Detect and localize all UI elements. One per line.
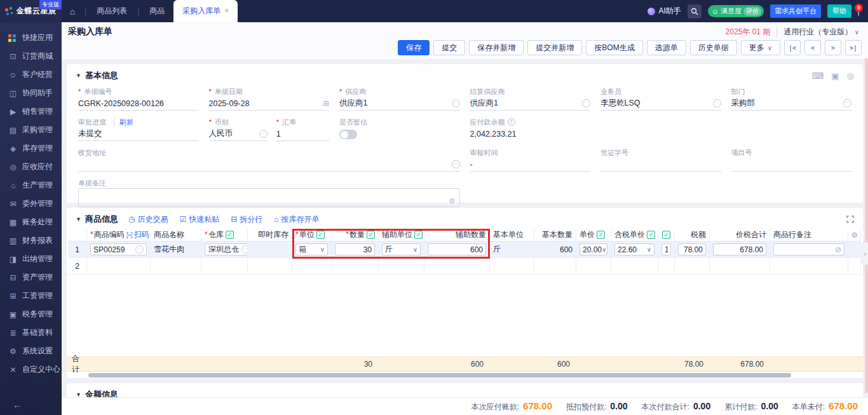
sidebar-item-production[interactable]: ⌂生产管理 — [0, 176, 62, 194]
tab-purchase-inbound[interactable]: 采购入库单 × — [173, 0, 238, 22]
by-stock-link[interactable]: ⌂按库存开单 — [274, 214, 319, 225]
refresh-link[interactable]: 刷新 — [114, 118, 133, 127]
ai-assistant-button[interactable]: AI助手 — [648, 6, 681, 17]
user-avatar[interactable]: 9 — [858, 7, 859, 16]
sidebar-item-base-data[interactable]: ≣基础资料 — [0, 323, 62, 342]
next-record-button[interactable]: > — [825, 40, 841, 55]
home-icon[interactable]: ⌂ — [62, 6, 83, 17]
bill-no-input[interactable]: CGRK-20250928-00126 — [78, 97, 199, 111]
expand-note-icon[interactable]: ⊘ — [449, 196, 455, 205]
close-icon[interactable]: × — [224, 0, 229, 22]
sidebar-item-financial-report[interactable]: ▥财务报表 — [0, 231, 62, 250]
sidebar-item-assets[interactable]: ⊟资产管理 — [0, 268, 62, 287]
select-source-button[interactable]: 选源单 — [647, 40, 686, 55]
collapse-arrow-icon[interactable]: ▼ — [76, 72, 81, 79]
address-input[interactable]: ··· — [78, 158, 460, 172]
warehouse-select[interactable]: 深圳总仓··· — [205, 243, 248, 255]
currency-input[interactable]: 人民币··· — [209, 127, 268, 141]
keyboard-icon[interactable]: ⌨ — [812, 71, 824, 81]
price-select[interactable]: 20.00∨ — [580, 243, 607, 255]
lookup-icon[interactable]: ··· — [582, 99, 590, 107]
bill-date-input[interactable]: 2025-09-28⊞ — [209, 97, 330, 111]
remark-textarea[interactable]: ⊘ — [78, 188, 460, 207]
first-record-button[interactable]: |< — [784, 40, 801, 55]
lookup-icon[interactable]: ··· — [452, 160, 460, 168]
calendar-icon[interactable]: ⊞ — [323, 99, 329, 108]
sidebar-item-cashier[interactable]: ◨出纳管理 — [0, 250, 62, 268]
batch-edit-icon[interactable]: ✓ — [316, 231, 325, 239]
generate-by-bom-button[interactable]: 按BOM生成 — [586, 40, 642, 55]
panel-collapse-handle[interactable]: ‹ — [862, 242, 868, 265]
project-no-input[interactable] — [731, 158, 852, 172]
submit-and-new-button[interactable]: 提交并新增 — [527, 40, 582, 55]
history-trade-link[interactable]: ◷历史交易 — [128, 214, 168, 225]
sidebar-item-order-mall[interactable]: ⊡订货商城 — [0, 47, 62, 65]
tax-price-select[interactable]: 22.60∨ — [614, 243, 654, 255]
collapse-arrow-icon[interactable]: ▼ — [76, 216, 81, 222]
lookup-icon[interactable]: ··· — [135, 245, 144, 254]
batch-edit-icon[interactable]: ✓ — [226, 231, 234, 239]
quick-paste-link[interactable]: ☑快速粘贴 — [179, 214, 219, 225]
template-icon[interactable]: ▣ — [831, 71, 839, 81]
note-edit-icon[interactable]: ⊘ — [835, 245, 841, 254]
product-code-input[interactable]: ··· — [90, 243, 147, 255]
cocreate-badge[interactable]: 需求共创平台 — [770, 4, 821, 18]
sidebar-item-purchase[interactable]: ▤采购管理 — [0, 121, 62, 139]
expand-icon[interactable] — [846, 215, 854, 223]
department-input[interactable]: 采购部··· — [731, 97, 852, 111]
aux-unit-select[interactable]: 斤∨ — [382, 243, 421, 255]
sidebar-item-outsourcing[interactable]: ✉委外管理 — [0, 194, 62, 213]
rate-input[interactable]: 1 — [276, 127, 329, 141]
prev-record-button[interactable]: < — [804, 40, 821, 55]
batch-edit-icon[interactable]: ✓ — [414, 231, 423, 239]
sidebar-item-quick-apps[interactable]: 快捷应用 — [0, 29, 62, 47]
tab-product[interactable]: 商品 — [140, 0, 173, 22]
tax-amount-input[interactable] — [678, 243, 706, 255]
lookup-icon[interactable]: ··· — [241, 245, 248, 254]
salesman-input[interactable]: 李思乾LSQ··· — [600, 97, 721, 111]
sidebar-item-accounting[interactable]: ▦账务处理 — [0, 213, 62, 231]
batch-edit-icon[interactable]: ✓ — [597, 231, 605, 239]
row-note-input[interactable]: ⊘ — [773, 243, 844, 255]
submit-button[interactable]: 提交 — [433, 40, 465, 55]
aux-qty-input[interactable] — [428, 243, 486, 255]
sidebar-item-payroll[interactable]: ⊞工资管理 — [0, 287, 62, 305]
sidebar-item-ar-ap[interactable]: ◎应收应付 — [0, 158, 62, 176]
save-and-new-button[interactable]: 保存并新增 — [469, 40, 524, 55]
column-settings-icon[interactable]: ⚙ — [851, 231, 858, 240]
satisfaction-badge[interactable]: ☺ 满意度 评价 — [708, 5, 764, 17]
sidebar-item-sales[interactable]: ▶销售管理 — [0, 102, 62, 121]
scan-icon[interactable]: 扫码 — [126, 229, 149, 240]
total-amount-input[interactable] — [713, 243, 766, 255]
supplier-input[interactable]: 供应商1··· — [339, 97, 460, 111]
collapse-arrow-icon[interactable]: ▼ — [76, 391, 81, 397]
tax-rate-input[interactable] — [661, 243, 671, 255]
qty-input[interactable] — [335, 243, 375, 255]
scrollbar-thumb[interactable] — [88, 373, 791, 378]
lookup-icon[interactable]: ··· — [259, 130, 268, 138]
sidebar-collapse-arrow[interactable]: ← — [0, 395, 62, 415]
batch-edit-icon[interactable]: ✓ — [647, 231, 655, 239]
voucher-no-input[interactable] — [600, 158, 721, 172]
help-icon[interactable]: ? — [508, 118, 515, 126]
sidebar-item-inventory[interactable]: ◈库存管理 — [0, 139, 62, 158]
sidebar-item-custom-center[interactable]: ✕自定义中心 — [0, 360, 62, 379]
tab-product-list[interactable]: 商品列表 — [88, 0, 136, 22]
batch-edit-icon[interactable]: ✓ — [662, 231, 670, 239]
last-record-button[interactable]: >| — [845, 40, 862, 55]
lookup-icon[interactable]: ··· — [452, 99, 460, 107]
save-button[interactable]: 保存 — [398, 40, 430, 55]
search-button[interactable] — [688, 4, 702, 18]
split-row-link[interactable]: ⊟拆分行 — [231, 214, 262, 225]
industry-selector[interactable]: 通用行业（专业版） ∨ — [776, 27, 859, 37]
sidebar-item-collab-assistant[interactable]: ◫协同助手 — [0, 84, 62, 102]
help-badge[interactable]: 帮助 — [827, 4, 851, 18]
settings-icon[interactable]: ◎ — [847, 71, 854, 81]
more-button[interactable]: 更多∨ — [741, 40, 780, 55]
vertical-scrollbar[interactable] — [865, 58, 868, 393]
settle-supplier-input[interactable]: 供应商1··· — [470, 97, 591, 111]
sidebar-item-tax[interactable]: ▣税务管理 — [0, 305, 62, 323]
sidebar-item-settings[interactable]: ⚙系统设置 — [0, 342, 62, 360]
lookup-icon[interactable]: ··· — [843, 99, 851, 107]
lookup-icon[interactable]: ··· — [713, 99, 721, 107]
